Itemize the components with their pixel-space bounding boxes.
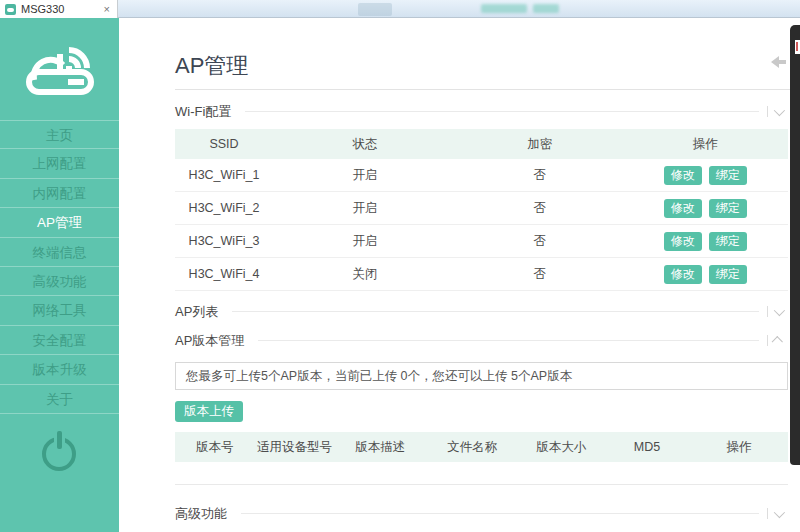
new-tab-button[interactable] [358,3,392,16]
cloudnet-logo [0,18,119,120]
sidebar-item-security-config[interactable]: 安全配置 [0,326,119,355]
ssid-cell: H3C_WiFi_4 [175,258,273,290]
modify-button[interactable]: 修改 [664,199,702,218]
wifi-table: SSID 状态 加密 操作 H3C_WiFi_1 开启 否 修改 绑定 H3C_… [175,129,788,291]
encryption-cell: 否 [457,192,623,224]
ap-list-section-header: AP列表 [175,303,788,320]
sidebar-item-version-upgrade[interactable]: 版本升级 [0,355,119,384]
table-row: H3C_WiFi_3 开启 否 修改 绑定 [175,225,788,258]
col-header-encryption: 加密 [457,129,623,159]
col-header-version: 版本号 [175,432,255,462]
col-header-status: 状态 [273,129,457,159]
background-window-artifact [533,4,559,13]
col-header-actions: 操作 [690,432,788,462]
encryption-cell: 否 [457,258,623,290]
wifi-section-header: Wi-Fi配置 [175,103,788,120]
sidebar-item-ap-management[interactable]: AP管理 [0,208,119,237]
tab-title: MSG330 [21,3,102,15]
version-table: 版本号 适用设备型号 版本描述 文件名称 版本大小 MD5 操作 [175,432,788,485]
browser-title-bar: MSG330 × [0,0,800,18]
encryption-cell: 否 [457,159,623,191]
bind-button[interactable]: 绑定 [709,166,747,185]
docked-panel-edge[interactable] [790,25,800,465]
ssid-cell: H3C_WiFi_3 [175,225,273,257]
sidebar-item-network-tools[interactable]: 网络工具 [0,296,119,325]
background-window-artifact [481,4,527,13]
main-content: AP管理 Wi-Fi配置 SSID 状态 加密 操作 H3C_WiFi_1 开启… [119,18,800,532]
cloud-wifi-logo-icon [22,38,98,100]
empty-table-row [175,462,788,485]
table-row: H3C_WiFi_1 开启 否 修改 绑定 [175,159,788,192]
encryption-cell: 否 [457,225,623,257]
ap-list-section-label: AP列表 [175,303,218,321]
ap-version-collapse-chevron-icon[interactable] [772,336,783,347]
col-header-md5: MD5 [604,432,690,462]
col-header-description: 版本描述 [334,432,426,462]
advanced-section-header: 高级功能 [175,505,788,522]
sidebar-item-about[interactable]: 关于 [0,385,119,414]
col-header-filename: 文件名称 [426,432,518,462]
tab-close-icon[interactable]: × [102,0,112,18]
status-cell: 关闭 [273,258,457,290]
wifi-section-label: Wi-Fi配置 [175,103,231,121]
wifi-table-header: SSID 状态 加密 操作 [175,129,788,159]
sidebar: 主页 上网配置 内网配置 AP管理 终端信息 高级功能 网络工具 安全配置 版本… [0,18,119,532]
status-cell: 开启 [273,225,457,257]
bind-button[interactable]: 绑定 [709,199,747,218]
site-favicon-icon [5,4,16,15]
modify-button[interactable]: 修改 [664,232,702,251]
sidebar-item-home[interactable]: 主页 [0,120,119,149]
ap-list-collapse-chevron-icon[interactable] [774,304,785,315]
wifi-collapse-chevron-icon[interactable] [774,104,785,115]
table-row: H3C_WiFi_2 开启 否 修改 绑定 [175,192,788,225]
modify-button[interactable]: 修改 [664,166,702,185]
col-header-size: 版本大小 [518,432,604,462]
col-header-actions: 操作 [622,129,788,159]
modify-button[interactable]: 修改 [664,265,702,284]
ssid-cell: H3C_WiFi_2 [175,192,273,224]
col-header-device-model: 适用设备型号 [255,432,335,462]
col-header-ssid: SSID [175,129,273,159]
sidebar-item-wan-config[interactable]: 上网配置 [0,149,119,178]
sidebar-item-terminal-info[interactable]: 终端信息 [0,238,119,267]
sidebar-menu: 主页 上网配置 内网配置 AP管理 终端信息 高级功能 网络工具 安全配置 版本… [0,120,119,414]
version-table-header: 版本号 适用设备型号 版本描述 文件名称 版本大小 MD5 操作 [175,432,788,462]
application-window: MSG330 × 主页 上网配置 内网配置 [0,0,800,532]
bind-button[interactable]: 绑定 [709,232,747,251]
sidebar-item-advanced[interactable]: 高级功能 [0,267,119,296]
panel-collapse-arrow-icon[interactable] [771,56,787,68]
advanced-collapse-chevron-icon[interactable] [774,506,785,517]
ap-version-section-header: AP版本管理 [175,332,788,349]
status-cell: 开启 [273,159,457,191]
advanced-section-label: 高级功能 [175,505,227,523]
docked-panel-icon [795,40,800,54]
title-divider [175,89,800,90]
browser-tab-msg330[interactable]: MSG330 × [0,0,118,18]
status-cell: 开启 [273,192,457,224]
sidebar-item-lan-config[interactable]: 内网配置 [0,179,119,208]
table-row: H3C_WiFi_4 关闭 否 修改 绑定 [175,258,788,291]
upload-quota-notice: 您最多可上传5个AP版本，当前已上传 0个，您还可以上传 5个AP版本 [175,362,788,390]
power-button[interactable] [38,430,82,474]
bind-button[interactable]: 绑定 [709,265,747,284]
version-upload-button[interactable]: 版本上传 [175,401,243,422]
ssid-cell: H3C_WiFi_1 [175,159,273,191]
page-title: AP管理 [175,51,788,81]
ap-version-section-label: AP版本管理 [175,332,244,350]
